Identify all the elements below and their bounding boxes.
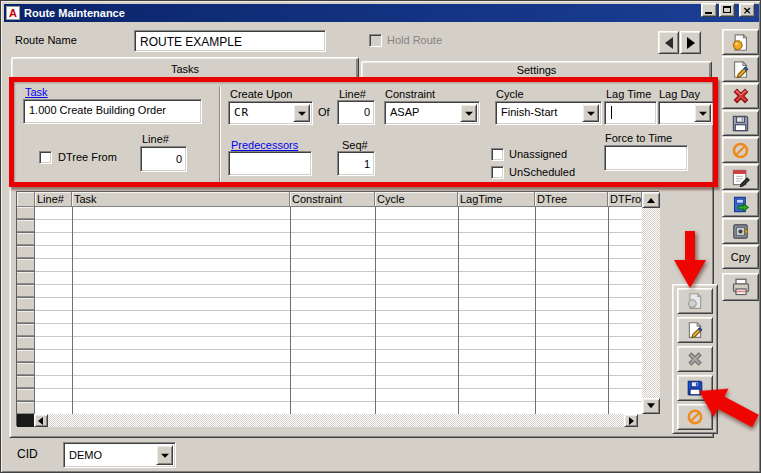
save-floppy-icon — [686, 379, 704, 397]
cid-combobox[interactable]: DEMO — [63, 442, 176, 468]
notes-button[interactable] — [722, 29, 759, 55]
cancel-button[interactable] — [722, 137, 759, 163]
vault-button[interactable] — [722, 218, 759, 244]
scroll-up-button[interactable] — [642, 192, 660, 208]
minimize-icon — [705, 12, 712, 14]
delete-x-icon — [731, 86, 751, 106]
grid-new-button[interactable] — [677, 288, 713, 314]
schedule-button[interactable] — [722, 164, 759, 190]
grid-edit-button[interactable] — [677, 317, 713, 343]
print-button[interactable] — [722, 273, 759, 301]
dtree-line-input[interactable]: 0 — [140, 146, 187, 172]
nav-next-button[interactable] — [680, 31, 701, 54]
nav-previous-button[interactable] — [658, 31, 679, 54]
exit-button[interactable] — [722, 191, 759, 217]
of-label: Of — [318, 106, 330, 118]
grid-header-constraint[interactable]: Constraint — [290, 192, 375, 207]
save-floppy-icon — [731, 114, 750, 133]
grid-column-line — [72, 207, 73, 414]
chevron-down-icon — [587, 112, 595, 116]
force-to-time-input[interactable] — [604, 145, 688, 171]
grid-body[interactable] — [17, 207, 642, 414]
arrow-left-icon — [38, 417, 43, 425]
tab-tasks-label: Tasks — [171, 63, 199, 75]
grid-header-dtfrom[interactable]: DTFrom — [608, 192, 642, 207]
constraint-dropdown-button[interactable] — [460, 104, 477, 122]
lag-day-combobox[interactable] — [658, 101, 714, 125]
grid-row-selector-column[interactable] — [17, 207, 35, 414]
grid-header-line[interactable]: Line# — [35, 192, 72, 207]
cid-dropdown-button[interactable] — [156, 445, 173, 465]
printer-icon — [731, 277, 751, 297]
constraint-combobox[interactable]: ASAP — [384, 101, 480, 125]
seq-value: 1 — [364, 158, 370, 170]
task-input[interactable]: 1.000 Create Building Order — [23, 99, 202, 124]
route-name-value: ROUTE EXAMPLE — [140, 35, 242, 49]
edit-icon — [686, 321, 704, 339]
edit-icon — [731, 60, 750, 79]
dtree-line-label: Line# — [142, 133, 169, 145]
save-button[interactable] — [722, 110, 759, 136]
copy-button[interactable]: Cpy — [722, 245, 759, 269]
edit-button[interactable] — [722, 56, 759, 82]
create-upon-dropdown-button[interactable] — [293, 104, 310, 122]
unscheduled-checkbox[interactable] — [491, 166, 504, 179]
grid-header-cycle[interactable]: Cycle — [375, 192, 458, 207]
hold-route-label: Hold Route — [387, 34, 442, 46]
window-title: Route Maintenance — [24, 7, 125, 19]
dtree-from-label: DTree From — [58, 151, 117, 163]
scroll-left-button[interactable] — [34, 414, 48, 427]
dtree-from-checkbox[interactable] — [39, 151, 52, 164]
hold-route-checkbox[interactable] — [369, 34, 382, 47]
arrow-up-icon — [647, 198, 655, 203]
minimize-button[interactable] — [701, 3, 717, 17]
grid-horizontal-scrollbar[interactable] — [17, 414, 660, 427]
tab-settings-label: Settings — [517, 64, 557, 76]
lag-time-input[interactable] — [604, 101, 657, 125]
grid-delete-button[interactable] — [677, 346, 713, 372]
line-label: Line# — [339, 88, 366, 100]
constraint-value: ASAP — [390, 106, 419, 118]
chevron-down-icon — [161, 454, 169, 458]
tasks-grid[interactable]: Line# Task Constraint Cycle LagTime DTre… — [16, 191, 659, 426]
chevron-down-icon — [465, 112, 473, 116]
tab-settings[interactable]: Settings — [361, 61, 712, 81]
delete-button[interactable] — [722, 83, 759, 109]
exit-icon — [731, 195, 750, 214]
close-button[interactable]: × — [739, 3, 755, 17]
tab-tasks[interactable]: Tasks — [11, 57, 359, 81]
text-caret — [611, 106, 612, 119]
unassigned-checkbox[interactable] — [491, 148, 504, 161]
calendar-edit-icon — [731, 168, 750, 187]
route-name-input[interactable]: ROUTE EXAMPLE — [134, 30, 326, 52]
predecessors-link[interactable]: Predecessors — [231, 139, 298, 151]
create-upon-combobox[interactable]: CR — [228, 101, 313, 125]
grid-header-lagtime[interactable]: LagTime — [458, 192, 535, 207]
seq-input[interactable]: 1 — [337, 151, 375, 176]
create-upon-value: CR — [234, 106, 249, 119]
grid-column-line — [608, 207, 609, 414]
grid-header-dtree[interactable]: DTree — [535, 192, 608, 207]
cancel-icon — [686, 408, 704, 426]
grid-vertical-scrollbar[interactable] — [642, 192, 660, 414]
predecessors-input[interactable] — [228, 151, 312, 176]
grid-save-button[interactable] — [677, 375, 713, 401]
grid-cancel-button[interactable] — [677, 404, 713, 430]
task-link[interactable]: Task — [25, 86, 48, 98]
lag-day-dropdown-button[interactable] — [694, 104, 711, 122]
cycle-combobox[interactable]: Finish-Start — [495, 101, 602, 125]
scroll-track[interactable] — [48, 414, 624, 427]
line-input[interactable]: 0 — [337, 100, 375, 125]
grid-header-selector — [17, 192, 35, 207]
cycle-dropdown-button[interactable] — [582, 104, 599, 122]
arrow-left-icon — [665, 37, 673, 49]
copy-button-label: Cpy — [731, 251, 751, 263]
scroll-right-button[interactable] — [624, 414, 638, 427]
route-name-label: Route Name — [15, 34, 77, 46]
grid-header-task[interactable]: Task — [72, 192, 290, 207]
grid-column-line — [535, 207, 536, 414]
title-bar[interactable]: A Route Maintenance — [4, 4, 759, 22]
scroll-down-button[interactable] — [642, 398, 660, 414]
app-icon: A — [6, 6, 20, 20]
maximize-button[interactable] — [719, 3, 735, 17]
